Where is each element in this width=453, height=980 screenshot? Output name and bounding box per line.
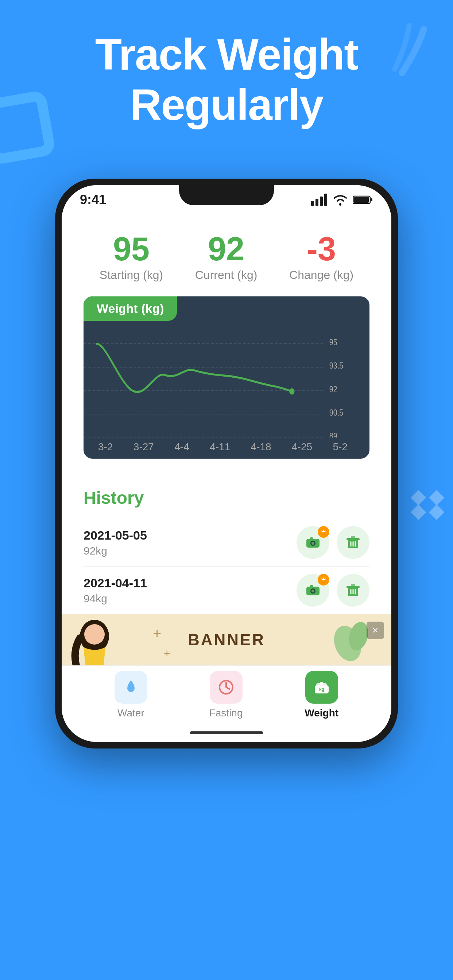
x-label-4: 4-11 [210, 441, 230, 453]
x-label-6: 4-25 [292, 441, 312, 453]
tab-fasting[interactable]: Fasting [209, 671, 243, 719]
history-item-info: 2021-05-05 92kg [83, 528, 147, 557]
stat-starting: 95 Starting (kg) [100, 232, 163, 282]
history-actions-1[interactable] [297, 526, 370, 559]
status-time: 9:41 [80, 192, 106, 207]
camera-badge-2 [318, 574, 329, 585]
svg-text:95: 95 [329, 337, 337, 347]
weight-tab-icon-wrap: kg [305, 671, 338, 704]
svg-point-18 [289, 388, 294, 395]
chart-svg: 95 93.5 92 90.5 89 [83, 328, 344, 438]
svg-text:92: 92 [329, 384, 337, 394]
current-label: Current (kg) [195, 268, 257, 282]
x-label-1: 3-2 [98, 441, 113, 453]
history-item: 2021-05-05 92kg [83, 519, 370, 566]
crown-icon-2 [320, 576, 327, 583]
banner-leaves [326, 614, 370, 663]
history-date-2: 2021-04-11 [83, 576, 147, 590]
x-label-3: 4-4 [174, 441, 189, 453]
banner-section: + + BANNER × [62, 614, 391, 665]
svg-rect-6 [353, 197, 369, 203]
svg-text:kg: kg [319, 687, 324, 692]
water-tab-icon-wrap [115, 671, 147, 704]
svg-rect-2 [320, 197, 323, 206]
trash-icon-2 [345, 582, 361, 598]
chart-title: Weight (kg) [97, 302, 164, 315]
current-value: 92 [195, 232, 257, 266]
svg-rect-3 [324, 194, 327, 206]
change-label: Change (kg) [289, 268, 353, 282]
status-icons [311, 194, 373, 206]
camera-button-2[interactable] [297, 574, 329, 607]
svg-text:89: 89 [329, 431, 337, 438]
water-icon [122, 678, 140, 696]
history-title: History [83, 488, 370, 508]
chart-x-labels: 3-2 3-27 4-4 4-11 4-18 4-25 5-2 [83, 438, 370, 459]
camera-icon-2 [305, 582, 321, 598]
bg-diamonds [413, 492, 446, 518]
history-actions-2[interactable] [297, 574, 370, 607]
hero-section: Track Weight Regularly [0, 29, 453, 130]
stats-row: 95 Starting (kg) 92 Current (kg) -3 Chan… [83, 232, 370, 282]
tab-water[interactable]: Water [115, 671, 147, 719]
delete-button-2[interactable] [337, 574, 370, 607]
svg-rect-22 [310, 538, 313, 539]
x-label-2: 3-27 [134, 441, 154, 453]
plus-2: + [164, 647, 170, 660]
camera-button-1[interactable] [297, 526, 329, 559]
fasting-tab-icon-wrap [210, 671, 242, 704]
history-date-1: 2021-05-05 [83, 528, 147, 542]
stat-current: 92 Current (kg) [195, 232, 257, 282]
history-weight-1: 92kg [83, 545, 147, 557]
crown-icon [320, 529, 327, 535]
home-indicator [62, 724, 391, 742]
delete-button-1[interactable] [337, 526, 370, 559]
svg-rect-25 [351, 536, 355, 539]
svg-point-46 [320, 682, 324, 686]
water-tab-label: Water [118, 707, 144, 719]
svg-rect-1 [316, 199, 318, 206]
svg-point-31 [311, 590, 314, 592]
home-bar [190, 731, 263, 734]
svg-point-21 [311, 542, 314, 545]
change-value: -3 [289, 232, 353, 266]
weight-chart: Weight (kg) 95 93. [83, 296, 370, 459]
history-item-info-2: 2021-04-11 94kg [83, 576, 147, 605]
history-section: History 2021-05-05 92kg [62, 473, 391, 614]
stats-card: 95 Starting (kg) 92 Current (kg) -3 Chan… [62, 215, 391, 473]
svg-rect-7 [370, 198, 372, 201]
banner-text: BANNER [188, 631, 265, 649]
svg-rect-0 [311, 201, 314, 206]
weight-icon: kg [313, 678, 331, 696]
x-label-5: 4-18 [251, 441, 271, 453]
signal-icon [311, 194, 328, 206]
fasting-icon [217, 678, 235, 696]
banner-close-button[interactable]: × [367, 622, 384, 639]
svg-rect-35 [351, 584, 355, 587]
fasting-tab-label: Fasting [209, 707, 243, 719]
tab-weight[interactable]: kg Weight [305, 671, 338, 719]
plus-1: + [153, 625, 161, 642]
svg-point-40 [84, 624, 105, 644]
hero-title: Track Weight Regularly [29, 29, 424, 130]
wifi-icon [332, 194, 348, 206]
chart-body: 95 93.5 92 90.5 89 [83, 321, 370, 438]
x-label-7: 5-2 [333, 441, 347, 453]
starting-value: 95 [100, 232, 163, 266]
svg-rect-32 [310, 585, 313, 587]
phone-mockup: 9:41 [55, 179, 398, 748]
history-weight-2: 94kg [83, 592, 147, 605]
starting-label: Starting (kg) [100, 268, 163, 282]
status-bar: 9:41 [62, 185, 391, 215]
svg-text:90.5: 90.5 [329, 407, 343, 417]
banner-girl [62, 618, 127, 665]
svg-text:93.5: 93.5 [329, 361, 343, 371]
svg-point-4 [339, 204, 341, 205]
chart-header: Weight (kg) [83, 296, 177, 321]
camera-icon [305, 535, 321, 550]
trash-icon [345, 535, 361, 550]
stat-change: -3 Change (kg) [289, 232, 353, 282]
weight-tab-label: Weight [305, 707, 338, 719]
notch [179, 185, 274, 205]
battery-icon [353, 195, 373, 205]
